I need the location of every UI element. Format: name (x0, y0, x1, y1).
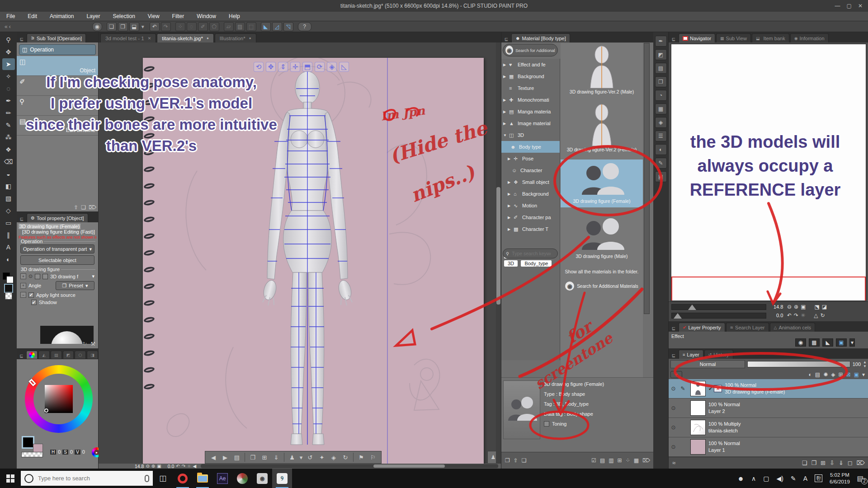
ime-korean-icon[interactable]: 한 (815, 474, 822, 482)
reset-icon[interactable]: ↻ (82, 341, 87, 347)
saturation-value-square[interactable] (45, 385, 73, 413)
material-search-input[interactable] (511, 250, 552, 257)
main-color-swatch[interactable] (5, 285, 12, 292)
object-rotate-icon[interactable]: ⬒ (302, 62, 312, 72)
maximize-button[interactable]: ▢ (847, 3, 852, 9)
doc-tab-illustration[interactable]: Illustration* ● (215, 33, 256, 42)
snap-to-ruler-icon[interactable]: ◣ (261, 22, 271, 31)
lasso-tool-icon[interactable]: ◌ (2, 83, 15, 94)
dock-back-icon[interactable]: ‹ (9, 23, 11, 30)
save-file-icon[interactable]: ⬓ (129, 22, 139, 31)
tree-item[interactable]: ▶⌂Background (501, 188, 560, 200)
layer-filter-dropdown[interactable]: ▾ (670, 371, 682, 378)
tag-chip-3d[interactable]: 3D (504, 260, 518, 267)
material-search-box[interactable]: ⚲ (503, 249, 558, 258)
chevron-down-icon[interactable]: ▾ (862, 371, 865, 378)
color-wheel-tab[interactable] (26, 351, 38, 359)
taskbar-app-aftereffects[interactable]: Ae (212, 469, 232, 488)
vertical-scrollbar[interactable] (496, 42, 501, 464)
navigator-zoom-slider[interactable] (671, 304, 766, 310)
invert-selection-icon[interactable]: ✐ (198, 22, 208, 31)
tree-item[interactable]: ▶✛Pose (501, 153, 560, 164)
pen-tool-icon[interactable]: ✒ (2, 95, 15, 107)
search-additional-materials-button[interactable]: ◉ Search for Additional Ma (503, 44, 558, 56)
eyedropper-tool-icon[interactable]: ✧ (2, 70, 15, 82)
body-shape-icon[interactable]: ⚑ (356, 452, 367, 462)
material-item-female-selected[interactable]: 3D drawing figure (Female) (561, 160, 643, 207)
border-effect-icon[interactable]: ◉ (795, 338, 806, 347)
next-material-icon[interactable]: ▶ (220, 452, 231, 462)
panel-menu-icon[interactable]: ⊑ (18, 352, 25, 359)
reset-all-icon[interactable]: ↻ (820, 312, 825, 319)
transparent-swatch[interactable] (21, 452, 43, 457)
tab-layer[interactable]: ≡Layer (679, 350, 703, 359)
merge-down-icon[interactable]: ⇓ (839, 460, 844, 466)
expression-color-icon[interactable]: ▣ (836, 338, 847, 347)
hue-ring[interactable] (25, 365, 93, 433)
layer-visible-eye-icon[interactable]: ⊙ (669, 424, 678, 431)
menu-view[interactable]: View (142, 13, 166, 19)
menu-help[interactable]: Help (222, 13, 246, 19)
layer-row-3d-figure[interactable]: ⊙ ✎ ✔ ✕ 100 % Normal3D drawing figure (F… (669, 379, 868, 399)
lock-layer-icon[interactable]: ◈ (831, 371, 835, 378)
open-file-icon[interactable]: ❐ (118, 22, 128, 31)
angle-preset-button[interactable]: ❐ Preset ▾ (56, 281, 94, 290)
snap-to-special-ruler-icon[interactable]: ◿ (272, 22, 282, 31)
tree-item-body-type[interactable]: ☻Body type (501, 141, 560, 153)
show-hidden-icons[interactable]: ∧ (751, 475, 756, 482)
navigator-view-rect[interactable] (671, 277, 866, 300)
taskbar-app-opera[interactable] (173, 469, 193, 488)
tab-item-bank[interactable]: ⬓Item bank (752, 33, 789, 42)
dock-icon[interactable]: ✎ (655, 158, 667, 169)
task-view-button[interactable]: ◫ (153, 469, 173, 488)
dock-icon[interactable]: ◔ (655, 90, 667, 101)
taskbar-clock[interactable]: 5:02 PM 6/6/2019 (830, 472, 850, 485)
people-tray-icon[interactable]: ☻ (737, 475, 744, 482)
tab-history[interactable]: ↺History (704, 350, 733, 359)
layer-thumbnail[interactable] (690, 381, 706, 396)
tab-information[interactable]: ◉Information (790, 33, 829, 42)
subtool-item[interactable]: ✐ (17, 76, 98, 96)
clip-studio-button[interactable]: ◉ (92, 22, 102, 31)
export-icon[interactable]: ⇧ (514, 457, 518, 464)
zoom-out-icon[interactable]: ⊖ (146, 464, 149, 469)
dock-icon[interactable]: ◈ (655, 117, 667, 128)
ruler-tool-icon[interactable]: ∥ (2, 229, 15, 241)
chevron-down-icon[interactable]: ▾ (298, 452, 304, 462)
dock-back-icon[interactable]: « (5, 23, 8, 30)
expand-plus-icon[interactable]: + (20, 283, 26, 289)
previous-material-icon[interactable]: ◀ (208, 452, 219, 462)
blend-tool-icon[interactable]: ◒ (2, 168, 15, 180)
scroll-left-icon[interactable]: ◀ (193, 464, 196, 469)
subtool-item-object[interactable]: ◫ Object (17, 56, 98, 76)
menu-file[interactable]: File (0, 13, 21, 19)
grid-mode-icon[interactable]: ⬚ (246, 22, 256, 31)
delete-material-icon[interactable]: ⌦ (642, 457, 650, 464)
zoom-in-icon[interactable]: ⊕ (151, 464, 155, 469)
delete-subtool-icon[interactable]: ⌦ (89, 204, 96, 211)
color-set-tab[interactable]: ▤ (51, 351, 62, 359)
subtool-panel-tab[interactable]: ⚞ Sub Tool [Operation] (27, 33, 86, 42)
apply-light-checkbox[interactable]: ✔ (28, 292, 34, 298)
grid-view-icon[interactable]: ⊞ (618, 457, 622, 464)
object-spin-icon[interactable]: ⟳ (315, 62, 325, 72)
wrench-icon[interactable]: ⚒ (90, 341, 95, 347)
large-grid-view-icon[interactable]: ▦ (634, 457, 639, 464)
small-grid-view-icon[interactable]: ⁘ (626, 457, 630, 464)
ime-mode-icon[interactable]: A (803, 475, 807, 482)
tree-item[interactable]: ▶∿Motion (501, 200, 560, 211)
3d-drawing-figure[interactable] (246, 67, 368, 452)
deselect-icon[interactable]: ⁘ (175, 22, 185, 31)
selection-border-icon[interactable]: ⬠ (209, 22, 219, 31)
layer-row-layer2[interactable]: ⊙ 100 % NormalLayer 2 (669, 399, 868, 418)
balloon-tool-icon[interactable]: ◐ (2, 253, 15, 265)
taskbar-app-clip-studio[interactable]: ◉ (252, 469, 272, 488)
tab-search-layer[interactable]: ≋Search Layer (726, 323, 769, 332)
hue-marker[interactable] (28, 379, 36, 386)
gradient-tool-icon[interactable]: ▧ (2, 192, 15, 204)
taskbar-search-input[interactable] (37, 474, 141, 482)
panel-menu-icon[interactable]: ⊑ (502, 35, 510, 42)
dock-icon[interactable]: ❐ (655, 76, 667, 87)
reselect-icon[interactable]: ◌ (187, 22, 197, 31)
menu-edit[interactable]: Edit (21, 13, 43, 19)
